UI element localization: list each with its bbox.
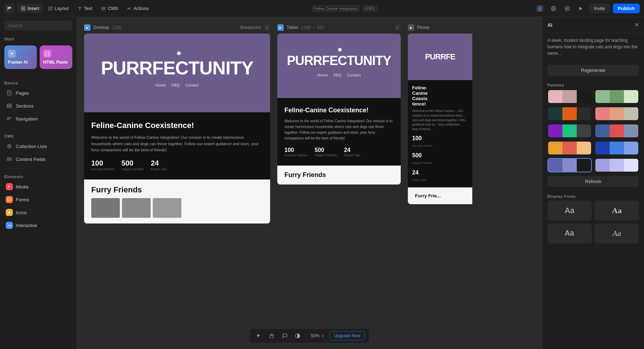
forms-label: Forms <box>16 197 29 202</box>
svg-rect-13 <box>7 159 11 161</box>
search-container <box>0 17 77 34</box>
hand-tool[interactable] <box>267 331 277 341</box>
settings-icon-btn[interactable] <box>562 3 572 14</box>
comment-tool[interactable] <box>280 331 290 341</box>
font-item-3[interactable]: Aa <box>547 223 592 244</box>
desktop-content-title: Feline-Canine Coexistence! <box>91 121 263 130</box>
play-btn[interactable] <box>575 3 586 14</box>
divider-cms <box>4 128 72 128</box>
collection-lists-label: Collection Lists <box>16 144 47 149</box>
desktop-add-btn[interactable]: + <box>264 24 270 31</box>
tablet-stat-1-label: Success Stories <box>284 153 308 157</box>
phone-frame[interactable]: PURRFE Feline-CanineCoexistence! Welcome… <box>408 34 472 204</box>
sidebar-item-icons[interactable]: Icons › <box>1 206 75 219</box>
phone-play-icon[interactable]: ▶ <box>408 24 414 31</box>
cursor-tool[interactable] <box>254 331 264 341</box>
tablet-stats-row: 100 Success Stories 500 Happy Families 2… <box>284 147 394 157</box>
collection-lists-chevron-icon: › <box>69 144 71 148</box>
stat-2: 500 Happy Families <box>122 159 144 171</box>
html-paste-icon: { } <box>43 50 51 58</box>
invite-button[interactable]: Invite <box>589 4 610 13</box>
palette-2[interactable] <box>595 89 639 104</box>
zoom-control[interactable]: 50% <box>309 333 327 338</box>
elements-section-label: Elements <box>0 172 77 180</box>
nav-contact[interactable]: Contact <box>185 83 199 87</box>
sidebar-item-collection-lists[interactable]: Collection Lists › <box>1 140 75 153</box>
phone-content: Feline-CanineCoexistence! Welcome to the… <box>408 80 472 187</box>
tablet-furry-title: Furry Friends <box>284 171 394 179</box>
desktop-play-icon[interactable]: ▶ <box>84 24 91 31</box>
palette-1[interactable] <box>547 89 592 104</box>
topbar-logo[interactable] <box>4 4 14 14</box>
tablet-panel: ▶ Tablet 1199 — 810 + PURRFECTUNITY Home… <box>277 24 401 185</box>
sidebar-item-pages[interactable]: Pages › <box>1 87 75 99</box>
cms-btn[interactable]: CMS <box>97 4 122 13</box>
palette-4[interactable] <box>595 107 639 121</box>
canvas-viewport[interactable]: ▶ Desktop 1200 Breakpoint + PURRFECTUNIT… <box>77 17 542 349</box>
sidebar-item-interactive[interactable]: Interactive › <box>1 219 75 232</box>
publish-button[interactable]: Publish <box>613 4 640 13</box>
html-paste-card[interactable]: { } HTML Paste <box>40 45 72 69</box>
tablet-play-icon[interactable]: ▶ <box>277 24 284 31</box>
right-panel-close-btn[interactable]: ✕ <box>634 21 639 28</box>
sidebar-item-navigation[interactable]: Navigation › <box>1 112 75 125</box>
sidebar-item-sections[interactable]: Sections › <box>1 99 75 112</box>
globe-icon-btn[interactable] <box>548 3 559 14</box>
cms-section-label: CMS <box>0 131 77 140</box>
framer-ai-card[interactable]: ✦ Framer AI <box>4 45 37 69</box>
palette-3[interactable] <box>547 107 592 121</box>
regenerate-button[interactable]: Regenerate <box>547 65 639 76</box>
upgrade-button[interactable]: Upgrade Now <box>330 331 365 340</box>
palette-5[interactable] <box>547 124 592 138</box>
desktop-label: Desktop <box>93 25 109 30</box>
palette-9[interactable] <box>547 158 592 172</box>
insert-icon <box>21 6 26 11</box>
tablet-add-btn[interactable]: + <box>394 24 401 31</box>
font-item-2[interactable]: Aa <box>595 201 639 221</box>
palette-8[interactable] <box>595 141 639 155</box>
insert-btn[interactable]: Insert <box>17 4 43 13</box>
desktop-furry-title: Furry Friends <box>91 185 263 195</box>
tablet-frame[interactable]: PURRFECTUNITY Home FAQ Contact Feline-Ca… <box>277 34 401 185</box>
sidebar-item-media[interactable]: Media › <box>1 180 75 193</box>
topbar: Insert Layout Text CMS Actions PURRFECTU… <box>0 0 644 17</box>
dark-mode-tool[interactable] <box>293 331 303 341</box>
desktop-dot <box>177 51 181 55</box>
font-item-4[interactable]: Aa <box>595 223 639 244</box>
palette-7[interactable] <box>547 141 592 155</box>
desktop-frame[interactable]: PURRFECTUNITY Home FAQ Contact Feline-Ca… <box>84 34 270 223</box>
furry-img-1 <box>91 198 120 218</box>
nav-home[interactable]: Home <box>155 83 166 87</box>
tablet-size: 1199 — 810 <box>301 25 324 30</box>
nav-faq[interactable]: FAQ <box>172 83 180 87</box>
layout-btn[interactable]: Layout <box>44 4 72 13</box>
refresh-button[interactable]: Refresh <box>547 176 639 187</box>
sidebar-item-content-fields[interactable]: Content Fields › <box>1 153 75 166</box>
tablet-stat-2-label: Happy Families <box>315 153 337 157</box>
user-avatar-btn[interactable]: 👤 <box>535 3 545 14</box>
desktop-breakpoint[interactable]: Breakpoint <box>240 25 261 30</box>
media-icon <box>6 183 13 190</box>
sections-icon <box>6 102 13 109</box>
text-btn[interactable]: Text <box>74 4 96 13</box>
search-input[interactable] <box>4 21 72 30</box>
palette-6[interactable] <box>595 124 639 138</box>
actions-btn[interactable]: Actions <box>123 4 152 13</box>
desktop-panel: ▶ Desktop 1200 Breakpoint + PURRFECTUNIT… <box>84 24 270 223</box>
stat-1-label: Success Stories <box>91 167 114 171</box>
tablet-nav-contact[interactable]: Contact <box>347 73 361 77</box>
font-item-1[interactable]: Aa <box>547 201 592 221</box>
sidebar-item-forms[interactable]: Forms › <box>1 193 75 206</box>
tablet-stat-3: 24 Expert Tips <box>344 147 360 157</box>
tablet-nav-faq[interactable]: FAQ <box>333 73 341 77</box>
font-sample-1: Aa <box>565 206 575 215</box>
stat-1-num: 100 <box>91 159 114 167</box>
navigation-label: Navigation <box>16 116 38 122</box>
stat-3: 24 Expert Tips <box>151 159 167 171</box>
content-fields-chevron-icon: › <box>69 157 71 161</box>
palette-10[interactable] <box>595 158 639 172</box>
collection-lists-icon <box>6 143 13 150</box>
tablet-nav-home[interactable]: Home <box>317 73 328 77</box>
actions-icon <box>127 6 132 11</box>
svg-rect-2 <box>102 7 105 8</box>
